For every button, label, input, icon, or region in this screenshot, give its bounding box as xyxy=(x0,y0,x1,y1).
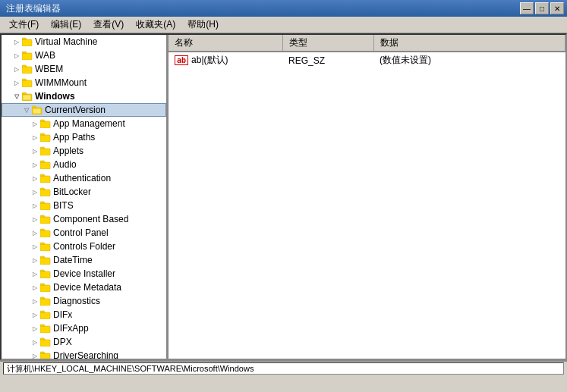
expand-arrow[interactable]: ▷ xyxy=(30,337,39,347)
menu-edit[interactable]: 编辑(E) xyxy=(45,17,87,33)
minimize-button[interactable]: — xyxy=(520,2,534,14)
folder-icon xyxy=(39,309,52,320)
title-bar: 注册表编辑器 — □ ✕ xyxy=(0,0,567,17)
expand-arrow[interactable]: ▷ xyxy=(30,146,39,155)
expand-arrow[interactable]: ▷ xyxy=(12,78,21,87)
tree-label: WBEM xyxy=(35,64,63,74)
expand-arrow[interactable]: ▽ xyxy=(12,92,21,101)
folder-icon xyxy=(21,77,33,88)
tree-item-authentication[interactable]: ▷ Authentication xyxy=(2,171,166,185)
svg-rect-8 xyxy=(40,121,50,128)
svg-rect-13 xyxy=(40,190,50,196)
expand-arrow[interactable]: ▷ xyxy=(30,242,39,251)
expand-arrow[interactable]: ▽ xyxy=(22,105,31,114)
tree-item-driver-searching[interactable]: ▷ DriverSearching xyxy=(2,349,166,359)
window-title: 注册表编辑器 xyxy=(6,2,61,15)
tree-item-app-paths[interactable]: ▷ App Paths xyxy=(2,130,166,144)
folder-icon xyxy=(39,337,52,347)
tree-item-controls-folder[interactable]: ▷ Controls Folder xyxy=(2,240,166,253)
column-type: 类型 xyxy=(282,35,373,52)
cell-data: (数值未设置) xyxy=(373,52,565,68)
tree-item-wab[interactable]: ▷ WAB xyxy=(2,49,166,62)
folder-icon xyxy=(39,296,52,306)
tree-item-bitlocker[interactable]: ▷ BitLocker xyxy=(2,185,166,199)
menu-favorites[interactable]: 收藏夹(A) xyxy=(130,17,181,33)
right-pane[interactable]: 名称 类型 数据 ab ab|(默认) REG_SZ (数值未设置) xyxy=(169,35,565,359)
tree-label: Authentication xyxy=(53,173,111,183)
folder-icon xyxy=(39,146,52,156)
tree-item-windows[interactable]: ▽ Windows xyxy=(2,89,166,103)
expand-arrow[interactable]: ▷ xyxy=(30,228,39,237)
expand-arrow[interactable]: ▷ xyxy=(30,160,39,169)
folder-icon xyxy=(39,241,52,252)
tree-item-difx[interactable]: ▷ DIFx xyxy=(2,308,166,321)
tree-item-app-management[interactable]: ▷ App Management xyxy=(2,117,166,130)
tree-item-currentversion[interactable]: ▽ CurrentVersion xyxy=(2,103,166,117)
svg-rect-10 xyxy=(40,149,50,155)
folder-icon xyxy=(39,214,52,224)
menu-help[interactable]: 帮助(H) xyxy=(181,17,225,33)
tree-item-audio[interactable]: ▷ Audio xyxy=(2,158,166,171)
tree-item-component-based[interactable]: ▷ Component Based xyxy=(2,212,166,226)
tree-item-wimmount[interactable]: ▷ WIMMMount xyxy=(2,76,166,89)
tree-label: WIMMMount xyxy=(35,77,87,88)
svg-rect-16 xyxy=(40,230,50,237)
tree-item-device-installer[interactable]: ▷ Device Installer xyxy=(2,267,166,281)
menu-view[interactable]: 查看(V) xyxy=(87,17,130,33)
close-button[interactable]: ✕ xyxy=(550,2,564,14)
tree-item-dpx[interactable]: ▷ DPX xyxy=(2,335,166,349)
expand-arrow[interactable]: ▷ xyxy=(30,351,39,359)
folder-icon xyxy=(39,118,52,129)
expand-arrow[interactable]: ▷ xyxy=(30,187,39,196)
folder-icon xyxy=(39,255,52,265)
tree-item-applets[interactable]: ▷ Applets xyxy=(2,144,166,158)
folder-icon xyxy=(39,268,52,279)
expand-arrow[interactable]: ▷ xyxy=(30,133,39,142)
folder-icon xyxy=(39,132,52,143)
window-controls: — □ ✕ xyxy=(520,2,564,14)
folder-icon xyxy=(21,64,33,74)
expand-arrow[interactable]: ▷ xyxy=(30,324,39,333)
expand-arrow[interactable]: ▷ xyxy=(30,174,39,183)
tree-item-diagnostics[interactable]: ▷ Diagnostics xyxy=(2,294,166,308)
restore-button[interactable]: □ xyxy=(535,2,549,14)
tree-item-wbem[interactable]: ▷ WBEM xyxy=(2,62,166,76)
table-row[interactable]: ab ab|(默认) REG_SZ (数值未设置) xyxy=(169,52,565,68)
tree-item-device-metadata[interactable]: ▷ Device Metadata xyxy=(2,281,166,294)
svg-rect-2 xyxy=(22,67,32,74)
svg-rect-22 xyxy=(40,312,50,319)
tree-pane[interactable]: ▷ Virtual Machine ▷ WAB ▷ xyxy=(2,35,169,359)
folder-icon xyxy=(39,187,52,197)
svg-rect-5 xyxy=(23,95,31,100)
expand-arrow[interactable]: ▷ xyxy=(30,201,39,210)
tree-item-datetime[interactable]: ▷ DateTime xyxy=(2,253,166,267)
registry-table: 名称 类型 数据 ab ab|(默认) REG_SZ (数值未设置) xyxy=(169,35,565,68)
svg-rect-25 xyxy=(40,353,50,359)
expand-arrow[interactable]: ▷ xyxy=(30,296,39,306)
expand-arrow[interactable]: ▷ xyxy=(12,37,21,46)
tree-item-bits[interactable]: ▷ BITS xyxy=(2,199,166,212)
svg-rect-12 xyxy=(40,176,50,183)
menu-file[interactable]: 文件(F) xyxy=(3,17,45,33)
tree-label: CurrentVersion xyxy=(45,105,106,115)
expand-arrow[interactable]: ▷ xyxy=(30,310,39,319)
folder-icon xyxy=(39,323,52,334)
status-path: 计算机\HKEY_LOCAL_MACHINE\SOFTWARE\Microsof… xyxy=(3,362,564,375)
svg-rect-15 xyxy=(40,217,50,224)
expand-arrow[interactable]: ▷ xyxy=(12,64,21,74)
svg-rect-19 xyxy=(40,271,50,278)
tree-label: WAB xyxy=(35,50,55,61)
tree-item-difxapp[interactable]: ▷ DIFxApp xyxy=(2,321,166,335)
folder-icon xyxy=(21,50,33,61)
tree-label: DriverSearching xyxy=(53,350,118,359)
expand-arrow[interactable]: ▷ xyxy=(30,119,39,128)
tree-item-virtual-machine[interactable]: ▷ Virtual Machine xyxy=(2,35,166,49)
tree-label: Applets xyxy=(53,146,83,156)
svg-rect-17 xyxy=(40,244,50,251)
expand-arrow[interactable]: ▷ xyxy=(30,256,39,265)
expand-arrow[interactable]: ▷ xyxy=(30,269,39,278)
expand-arrow[interactable]: ▷ xyxy=(30,215,39,224)
tree-item-control-panel[interactable]: ▷ Control Panel xyxy=(2,226,166,240)
expand-arrow[interactable]: ▷ xyxy=(12,51,21,60)
expand-arrow[interactable]: ▷ xyxy=(30,283,39,292)
